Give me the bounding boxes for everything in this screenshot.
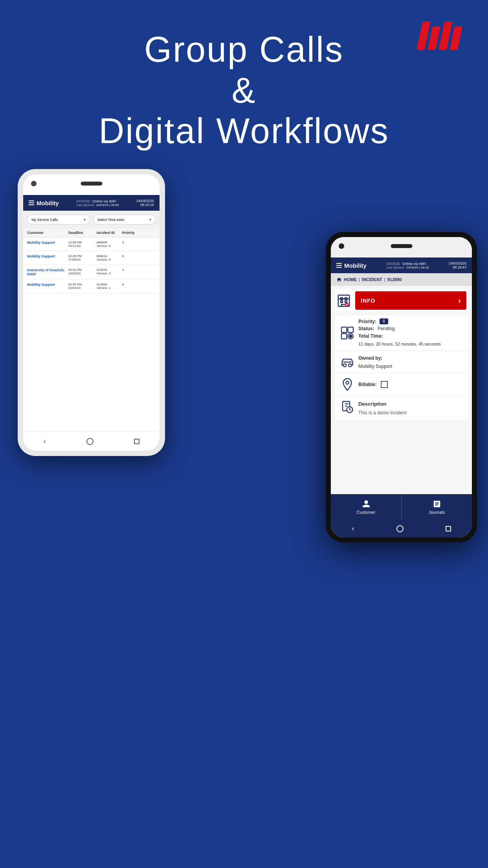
phone2-speaker — [391, 244, 412, 248]
nav-recent-button[interactable] — [134, 439, 139, 444]
row2-deadline: 02:45 PM 17/09/20 — [68, 254, 97, 261]
row1-priority: 3 — [122, 241, 136, 248]
row1-customer: Mobility Support — [27, 241, 68, 248]
breadcrumb-sep2: | — [384, 277, 385, 282]
tab-customer[interactable]: Customer — [331, 494, 402, 520]
svg-rect-7 — [348, 327, 354, 333]
status-label: Status: — [358, 326, 374, 331]
breadcrumb: HOME | INCIDENT | 912880 — [331, 273, 472, 286]
phone1-date: 24/03/2020 — [136, 199, 154, 203]
breadcrumb-home[interactable]: HOME — [344, 277, 357, 282]
table-header: Customer Deadline Incident ID Priority — [23, 228, 160, 237]
document-clock-icon — [340, 400, 354, 414]
breadcrumb-incident-id[interactable]: 912880 — [387, 277, 402, 282]
row1-incident-ver: Version: 6 — [97, 244, 122, 248]
row3-incident-id: 912633 — [97, 268, 122, 272]
row2-deadline-date: 17/09/20 — [68, 258, 97, 261]
phone2-nav-home[interactable] — [396, 525, 404, 532]
svg-point-12 — [346, 381, 349, 384]
phone2-status-value: Online via WiFi — [402, 262, 426, 266]
col-header-priority: Priority — [122, 231, 136, 235]
table-row[interactable]: Mobility Support 02:56 PM 22/04/20 91288… — [23, 280, 160, 293]
hamburger-icon[interactable] — [29, 200, 34, 205]
phone2-nav-recent[interactable] — [446, 526, 451, 531]
detail-row-description: Description This is a demo incident — [335, 396, 468, 420]
detail-row-billable: Billable: — [335, 373, 468, 395]
detail-row-owned: Owned by: Mobility Support — [335, 351, 468, 373]
row2-deadline-time: 02:45 PM — [68, 254, 97, 258]
row1-incident-id: 888608 — [97, 241, 122, 244]
phone1-app-name: Mobility — [37, 200, 59, 206]
phone1-app-logo: Mobility — [29, 200, 59, 206]
person-icon — [362, 500, 371, 508]
svg-point-11 — [349, 364, 352, 367]
row3-customer: University of KwaZulu Natal — [27, 268, 68, 276]
phone1-screen: Mobility STATUS: Online via WiFi Last Sy… — [23, 175, 160, 451]
billable-label: Billable: — [358, 382, 377, 387]
table-row[interactable]: University of KwaZulu Natal 05:52 PM 16/… — [23, 265, 160, 280]
phone2-time: 08:18:47 — [449, 265, 466, 269]
nav-back-button[interactable]: ‹ — [44, 437, 46, 445]
col-header-incident: Incident ID — [97, 231, 122, 235]
phone2-datetime: 24/03/2020 08:18:47 — [449, 261, 466, 269]
info-banner-content[interactable]: INFO › — [355, 291, 466, 310]
billable-checkbox[interactable] — [381, 381, 388, 388]
description-detail: Description This is a demo incident — [358, 400, 462, 416]
total-time-label: Total Time: — [358, 333, 383, 339]
filter1-arrow: ▾ — [84, 217, 86, 222]
phone2-camera — [339, 243, 344, 249]
row2-customer: Mobility Support — [27, 254, 68, 261]
nav-home-button[interactable] — [86, 438, 94, 445]
priority-badge: 8 — [380, 318, 388, 324]
phone2-top-bar — [331, 237, 472, 257]
filter1-dropdown[interactable]: My Service Calls ▾ — [27, 215, 90, 224]
phone2-app-name: Mobility — [344, 262, 367, 269]
owned-by-value: Mobility Support — [358, 364, 392, 369]
filter2-arrow: ▾ — [149, 217, 151, 222]
phone1-status-value: Online via WiFi — [92, 199, 116, 203]
row4-deadline-time: 02:56 PM — [68, 283, 97, 286]
home-icon — [336, 277, 342, 282]
description-label: Description — [358, 401, 387, 407]
phone1-camera — [31, 181, 37, 186]
phone2-hamburger-icon[interactable] — [336, 263, 342, 268]
row4-priority: 8 — [122, 283, 136, 290]
phone2-date: 24/03/2020 — [449, 261, 466, 265]
info-arrow-icon: › — [458, 296, 461, 305]
row1-deadline-time: 10:06 AM — [68, 241, 97, 244]
tab-journals-label: Journals — [429, 510, 445, 515]
table-row[interactable]: Mobility Support 02:45 PM 17/09/20 88861… — [23, 251, 160, 265]
row4-incident: 912880 Version: 1 — [97, 283, 122, 290]
table-row[interactable]: Mobility Support 10:06 AM 04/11/20 88860… — [23, 237, 160, 251]
tab-journals[interactable]: Journals — [402, 494, 472, 520]
row1-incident: 888608 Version: 6 — [97, 241, 122, 248]
owned-by-detail: Owned by: Mobility Support — [358, 354, 462, 370]
headline-line1: Group Calls — [0, 29, 488, 70]
phone1-status-label: STATUS: — [76, 199, 91, 203]
journal-icon — [433, 500, 441, 508]
row4-incident-id: 912880 — [97, 283, 122, 286]
row3-deadline-date: 16/03/20 — [68, 272, 97, 275]
svg-rect-3 — [341, 301, 343, 303]
priority-label: Priority: — [358, 319, 376, 324]
phone2-status-label: STATUS: — [386, 262, 401, 266]
row3-incident: 912633 Version: 3 — [97, 268, 122, 276]
phone1-sync-value: 24/03/20 | 08:09 — [96, 203, 119, 207]
filter2-dropdown[interactable]: Select Time even ▾ — [93, 215, 156, 224]
phone1-body: Mobility STATUS: Online via WiFi Last Sy… — [18, 169, 165, 456]
billable-detail: Billable: — [358, 381, 462, 388]
phone2-app-header: Mobility STATUS: Online via WiFi Last Sy… — [331, 257, 472, 273]
priority-detail: Priority: 8 Status: Pending Total Time: … — [358, 318, 462, 347]
phone1-filter-bar: My Service Calls ▾ Select Time even ▾ — [23, 211, 160, 228]
row3-deadline: 05:52 PM 16/03/20 — [68, 268, 97, 276]
owned-by-label: Owned by: — [358, 355, 382, 361]
row3-deadline-time: 05:52 PM — [68, 268, 97, 272]
breadcrumb-incident[interactable]: INCIDENT — [362, 277, 382, 282]
svg-point-10 — [343, 364, 347, 367]
phone2-sync-value: 24/03/20 | 08:18 — [406, 266, 429, 269]
phone2-nav-back[interactable]: ‹ — [352, 524, 354, 533]
car-icon — [340, 355, 354, 369]
phone2-app-logo: Mobility — [336, 262, 367, 269]
total-time-value: 11 days, 20 hours, 52 minutes, 45 second… — [358, 342, 441, 346]
col-header-customer: Customer — [27, 231, 68, 235]
